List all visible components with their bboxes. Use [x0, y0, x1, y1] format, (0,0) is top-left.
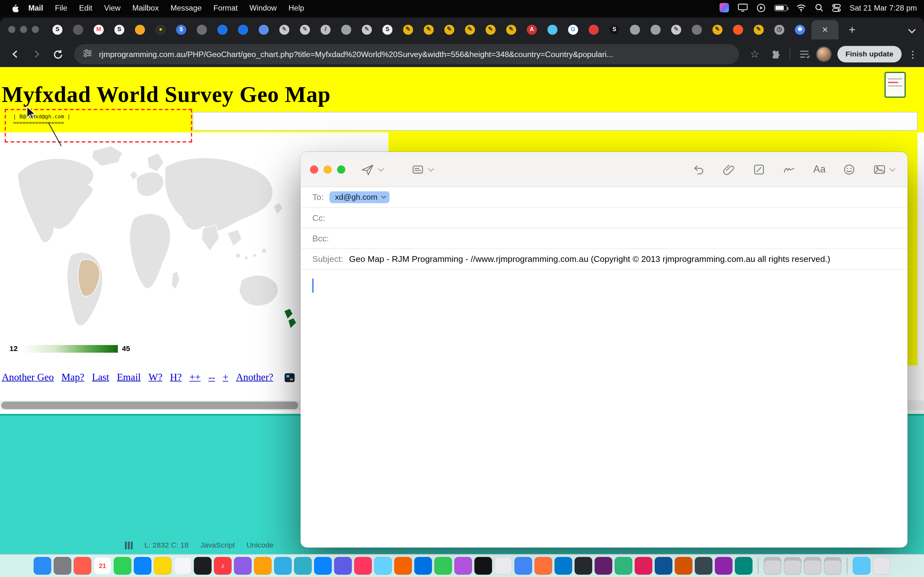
dock-app-icon[interactable]	[53, 557, 71, 575]
dock-app-icon[interactable]	[394, 557, 412, 575]
browser-tab[interactable]: ✎	[439, 18, 459, 41]
dock-app-icon[interactable]	[475, 557, 492, 575]
wifi-icon[interactable]	[796, 4, 806, 11]
dock-app-icon[interactable]	[274, 557, 292, 575]
menu-item[interactable]: Window	[244, 3, 283, 12]
page-link[interactable]: H?	[170, 372, 182, 384]
now-playing-icon[interactable]	[756, 3, 766, 12]
browser-tab[interactable]: ◷	[769, 18, 790, 41]
page-link[interactable]: Last	[92, 372, 110, 384]
browser-tab[interactable]: $	[171, 18, 192, 41]
extensions-puzzle-icon[interactable]	[766, 45, 785, 64]
dock-app-icon[interactable]	[846, 558, 847, 574]
to-field[interactable]: To: xd@gh.com	[300, 187, 908, 208]
dock-app-icon[interactable]	[873, 557, 890, 575]
dock-app-icon[interactable]: 21	[94, 557, 111, 575]
url-text[interactable]: rjmprogramming.com.au/PHP/GeoChart/geo_c…	[99, 50, 614, 59]
battery-icon[interactable]	[774, 5, 787, 11]
page-link[interactable]: Another Geo	[2, 372, 54, 384]
dock-app-icon[interactable]	[254, 557, 272, 575]
recipient-chevron-icon[interactable]	[381, 193, 386, 199]
dock-app-icon[interactable]	[764, 557, 781, 575]
page-link[interactable]: W?	[149, 372, 162, 384]
dock-app-icon[interactable]	[824, 557, 842, 575]
notepad-icon[interactable]	[885, 72, 906, 98]
dock-app-icon[interactable]	[514, 557, 532, 575]
tune-icon[interactable]	[82, 48, 92, 60]
finish-update-button[interactable]: Finish update	[837, 46, 902, 62]
dock-app-icon[interactable]	[715, 557, 732, 575]
browser-tab[interactable]: ✎	[274, 18, 294, 41]
display-icon[interactable]	[738, 3, 748, 12]
send-plane-icon[interactable]	[360, 163, 374, 176]
cc-field[interactable]: Cc:	[300, 208, 908, 228]
browser-tab[interactable]	[687, 18, 707, 41]
browser-tab[interactable]: S	[604, 18, 625, 41]
emoji-icon[interactable]	[843, 163, 856, 176]
email-gadget-icon[interactable]	[284, 373, 294, 382]
browser-tab[interactable]	[728, 18, 748, 41]
browser-tab[interactable]	[212, 18, 233, 41]
profile-avatar[interactable]	[816, 47, 831, 62]
browser-tab[interactable]	[254, 18, 274, 41]
reading-list-icon[interactable]	[795, 45, 814, 64]
dock-app-icon[interactable]	[853, 557, 871, 575]
dock-app-icon[interactable]	[675, 557, 692, 575]
forward-button[interactable]	[27, 45, 46, 64]
dock-app-icon[interactable]	[134, 557, 152, 575]
dock-app-icon[interactable]	[435, 557, 452, 575]
browser-tab[interactable]	[645, 18, 666, 41]
dock-app-icon[interactable]	[735, 557, 752, 575]
menu-item[interactable]: Edit	[73, 3, 98, 12]
menu-item[interactable]: View	[98, 3, 126, 12]
browser-tab[interactable]: S	[47, 18, 68, 41]
dock-app-icon[interactable]	[575, 557, 592, 575]
reload-button[interactable]	[48, 45, 67, 64]
dock-app-icon[interactable]	[354, 557, 372, 575]
header-fields-button[interactable]	[411, 152, 433, 187]
send-options-chevron-icon[interactable]	[378, 165, 384, 171]
dock-app-icon[interactable]	[454, 557, 472, 575]
browser-tab[interactable]: S	[377, 18, 398, 41]
menu-item[interactable]: File	[49, 3, 73, 12]
zoom-window-button[interactable]	[32, 26, 39, 33]
minimize-compose-button[interactable]	[323, 165, 332, 174]
dock-app-icon[interactable]	[113, 557, 131, 575]
photo-browser-button[interactable]	[873, 163, 895, 176]
page-link[interactable]: Another?	[236, 372, 273, 384]
menu-item[interactable]: Mailbox	[126, 3, 165, 12]
signature-icon[interactable]	[783, 163, 796, 176]
browser-tab[interactable]	[625, 18, 645, 41]
dock-app-icon[interactable]	[234, 557, 252, 575]
attachment-paperclip-icon[interactable]	[722, 163, 735, 176]
browser-tab[interactable]: ✱	[790, 18, 810, 41]
page-link[interactable]: Email	[117, 372, 141, 384]
browser-tab[interactable]: M	[89, 18, 109, 41]
dock-app-icon[interactable]	[695, 557, 712, 575]
address-bar[interactable]: rjmprogramming.com.au/PHP/GeoChart/geo_c…	[74, 44, 738, 64]
page-link[interactable]: Map?	[61, 372, 84, 384]
menu-item[interactable]: Format	[208, 3, 244, 12]
header-input-strip[interactable]	[193, 112, 918, 131]
dock-app-icon[interactable]	[535, 557, 552, 575]
dock-app-icon[interactable]	[758, 558, 758, 574]
minimize-window-button[interactable]	[20, 26, 27, 33]
recipient-token[interactable]: xd@gh.com	[330, 191, 389, 203]
app-menu-extra-icon[interactable]	[719, 3, 729, 12]
dock-app-icon[interactable]	[153, 557, 171, 575]
browser-tab[interactable]: ✎	[707, 18, 728, 41]
browser-tab[interactable]: ✎	[748, 18, 769, 41]
world-map[interactable]	[7, 140, 298, 335]
browser-tab[interactable]	[192, 18, 212, 41]
page-link[interactable]: --	[208, 372, 215, 384]
back-button[interactable]	[6, 45, 25, 64]
dock-app-icon[interactable]: ♪	[214, 557, 232, 575]
browser-tab[interactable]	[542, 18, 563, 41]
menu-item[interactable]: Message	[165, 3, 208, 12]
menu-item[interactable]: Help	[283, 3, 310, 12]
browser-tab[interactable]	[583, 18, 604, 41]
dock-app-icon[interactable]	[494, 557, 512, 575]
browser-tab[interactable]	[336, 18, 357, 41]
dock-app-icon[interactable]	[784, 557, 801, 575]
browser-tab[interactable]: ✎	[666, 18, 687, 41]
